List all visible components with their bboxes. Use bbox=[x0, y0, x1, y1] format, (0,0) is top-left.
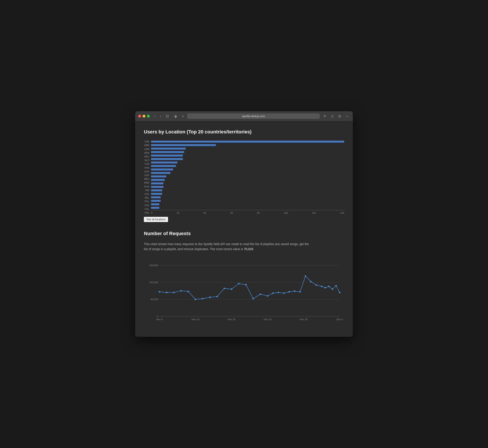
bar-axis-label: 100 bbox=[284, 212, 288, 214]
bar-chart-area: USAGBRCANBRADEUNLDTURFRAAUSESPMEXSWERUSI… bbox=[144, 140, 344, 214]
bar-country-label: FRA bbox=[144, 166, 149, 169]
bar-row bbox=[151, 168, 344, 171]
bar-fill bbox=[151, 200, 161, 202]
menu-button[interactable]: ≡ bbox=[180, 114, 185, 119]
close-button[interactable] bbox=[138, 115, 141, 118]
bar-country-label: USA bbox=[144, 140, 149, 143]
back-button[interactable]: ‹ bbox=[153, 114, 157, 118]
svg-point-22 bbox=[216, 296, 218, 297]
bar-fill bbox=[151, 186, 163, 188]
bar-axis-label: 60 bbox=[230, 212, 233, 214]
bar-fill bbox=[151, 155, 183, 157]
bar-row bbox=[151, 185, 344, 188]
shield-button[interactable]: ◑ bbox=[172, 114, 178, 119]
see-all-locations-button[interactable]: See all locations bbox=[144, 217, 168, 222]
url-bar[interactable] bbox=[187, 113, 320, 119]
bar-row bbox=[151, 144, 344, 146]
bar-chart-section: Users by Location (Top 20 countries/terr… bbox=[144, 129, 344, 222]
bar-row bbox=[151, 154, 344, 157]
bar-country-label: DEU bbox=[144, 155, 149, 158]
svg-point-42 bbox=[332, 288, 333, 290]
bar-chart-plot: 020406080100120140 bbox=[151, 140, 344, 214]
svg-point-17 bbox=[180, 290, 182, 291]
bar-country-label: BRA bbox=[144, 151, 149, 154]
reload-button[interactable]: ↺ bbox=[321, 114, 328, 119]
bar-row bbox=[151, 199, 344, 202]
svg-point-14 bbox=[159, 291, 160, 293]
bar-fill bbox=[151, 148, 186, 150]
bar-row bbox=[151, 182, 344, 185]
bar-country-label: PHL bbox=[144, 204, 149, 207]
bar-fill bbox=[151, 182, 163, 184]
bar-country-label: CAN bbox=[144, 148, 149, 151]
svg-point-25 bbox=[238, 283, 240, 284]
svg-point-37 bbox=[310, 281, 312, 282]
new-tab-button[interactable]: + bbox=[344, 114, 350, 119]
svg-text:Nov 14: Nov 14 bbox=[192, 318, 199, 321]
svg-point-18 bbox=[187, 291, 189, 292]
bar-chart-title: Users by Location (Top 20 countries/terr… bbox=[144, 129, 344, 135]
svg-point-36 bbox=[305, 275, 306, 277]
bar-row bbox=[151, 140, 344, 143]
recent-value: 70,025 bbox=[244, 247, 253, 251]
minimize-button[interactable] bbox=[143, 115, 145, 118]
bar-fill bbox=[151, 189, 162, 191]
svg-point-28 bbox=[260, 293, 261, 295]
bar-row bbox=[151, 178, 344, 181]
bar-country-label: TUR bbox=[144, 162, 149, 165]
bar-axis-label: 120 bbox=[312, 212, 316, 214]
svg-point-31 bbox=[278, 292, 279, 293]
svg-point-35 bbox=[299, 291, 301, 293]
bar-country-label: SWE bbox=[144, 181, 149, 184]
svg-text:Nov 24: Nov 24 bbox=[264, 318, 272, 321]
svg-point-39 bbox=[321, 286, 322, 287]
bar-axis-label: 20 bbox=[176, 212, 179, 214]
share-button[interactable]: ⎙ bbox=[329, 114, 335, 119]
svg-text:0: 0 bbox=[157, 315, 158, 318]
bar-fill bbox=[151, 161, 177, 163]
bar-row bbox=[151, 175, 344, 178]
svg-text:Dec 4: Dec 4 bbox=[336, 318, 343, 321]
bar-fill bbox=[151, 172, 170, 174]
bar-row bbox=[151, 171, 344, 174]
svg-point-44 bbox=[339, 292, 340, 293]
bar-country-label: NLD bbox=[144, 159, 149, 162]
bar-country-label: ESP bbox=[144, 174, 149, 177]
forward-button[interactable]: › bbox=[159, 114, 162, 118]
requests-section: Number of Requests This chart shows how … bbox=[144, 231, 344, 328]
requests-title: Number of Requests bbox=[144, 231, 344, 236]
sidebar-button[interactable]: ⊡ bbox=[164, 113, 170, 119]
bar-axis-label: 80 bbox=[257, 212, 260, 214]
svg-text:150,000: 150,000 bbox=[149, 264, 158, 267]
svg-point-23 bbox=[224, 288, 225, 289]
bar-axis-label: 140 bbox=[340, 212, 344, 214]
bar-fill bbox=[151, 151, 184, 153]
bar-row bbox=[151, 203, 344, 206]
browser-content: Users by Location (Top 20 countries/terr… bbox=[135, 121, 353, 337]
bar-row bbox=[151, 157, 344, 160]
bar-axis-label: 40 bbox=[203, 212, 206, 214]
bar-country-label: NZL bbox=[144, 211, 149, 214]
line-chart-wrapper: 150,000100,00050,0000Nov 9Nov 14Nov 19No… bbox=[144, 257, 344, 328]
svg-point-15 bbox=[166, 292, 167, 293]
maximize-button[interactable] bbox=[147, 115, 150, 118]
browser-toolbar: ‹ › ⊡ ◑ ≡ ↺ ⎙ ⧉ + bbox=[135, 111, 353, 121]
bar-fill bbox=[151, 196, 161, 198]
bar-fill bbox=[151, 207, 159, 209]
bar-row bbox=[151, 150, 344, 153]
svg-text:Nov 9: Nov 9 bbox=[156, 318, 163, 321]
svg-point-20 bbox=[202, 298, 203, 299]
tab-overview-button[interactable]: ⧉ bbox=[337, 114, 343, 119]
svg-text:Nov 29: Nov 29 bbox=[300, 318, 308, 321]
svg-point-32 bbox=[283, 292, 285, 294]
svg-point-26 bbox=[245, 284, 247, 285]
svg-point-24 bbox=[231, 288, 232, 290]
svg-point-21 bbox=[209, 296, 211, 298]
bar-fill bbox=[151, 179, 165, 181]
svg-point-43 bbox=[335, 285, 337, 287]
svg-text:100,000: 100,000 bbox=[149, 281, 158, 284]
bar-country-label: RUS bbox=[144, 185, 149, 188]
svg-point-16 bbox=[173, 292, 175, 293]
svg-point-29 bbox=[267, 295, 268, 297]
bar-fill bbox=[151, 203, 159, 205]
